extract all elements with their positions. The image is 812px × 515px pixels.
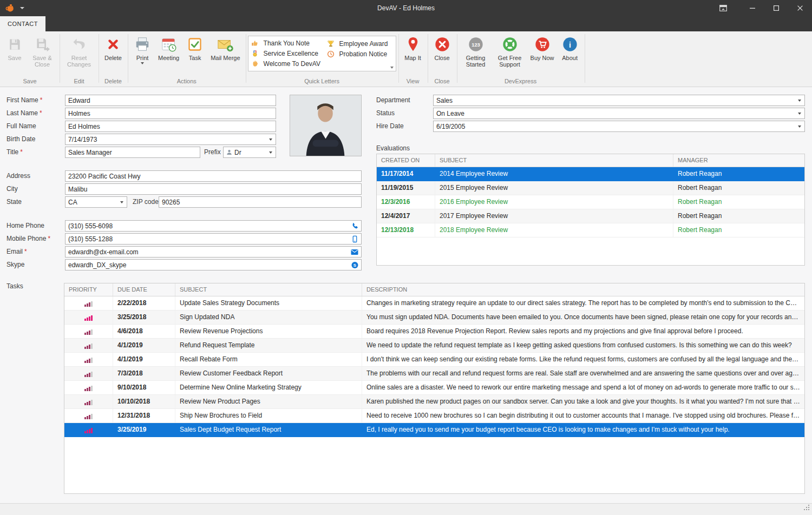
mobile-phone-input[interactable]: (310) 555-1288 (65, 233, 362, 245)
skype-input[interactable]: edwardh_DX_skype S (65, 259, 362, 270)
meeting-button[interactable]: Meeting (155, 32, 182, 61)
close-window-button[interactable] (788, 0, 812, 16)
badge-123: 123 (472, 42, 480, 48)
email-input[interactable]: edwardh@dx-email.com (65, 246, 362, 258)
tasks-header: PRIORITY DUE DATE SUBJECT DESCRIPTION (64, 283, 804, 296)
evaluation-row[interactable]: 11/19/20152015 Employee ReviewRobert Rea… (377, 181, 804, 195)
dropdown-caret-icon (798, 100, 801, 102)
title-input[interactable]: Sales Manager (65, 147, 200, 158)
resize-grip[interactable] (803, 504, 810, 513)
tasks-section-label: Tasks (6, 281, 23, 292)
task-icon (186, 36, 204, 53)
ribbon-display-options-button[interactable] (711, 0, 735, 16)
task-row[interactable]: 3/25/2019Sales Dept Budget Request Repor… (64, 423, 804, 437)
evaluation-row[interactable]: 12/13/20182018 Employee ReviewRobert Rea… (377, 223, 804, 237)
quick-letters-more-icon[interactable] (390, 67, 394, 69)
task-due-date: 4/1/2019 (113, 353, 175, 366)
evaluations-header: CREATED ON SUBJECT MANAGER (377, 154, 804, 167)
mail-merge-icon (217, 36, 234, 53)
column-header-subject[interactable]: SUBJECT (435, 154, 673, 167)
minimize-button[interactable] (741, 0, 764, 16)
task-button-label: Task (189, 55, 201, 61)
column-header-due-date[interactable]: DUE DATE (113, 283, 175, 296)
priority-high-icon (84, 314, 93, 321)
app-logo-icon[interactable] (5, 4, 16, 12)
last-name-input[interactable]: Holmes (65, 108, 276, 119)
evaluation-manager: Robert Reagan (673, 181, 804, 195)
meeting-button-label: Meeting (158, 55, 179, 61)
task-description: Karen published the new product pages on… (362, 395, 804, 408)
quick-letter-thank-you-note[interactable]: Thank You Note (251, 38, 327, 49)
zip-code-input[interactable]: 90265 (159, 196, 362, 208)
evaluation-row[interactable]: 11/17/20142014 Employee ReviewRobert Rea… (377, 167, 804, 181)
quick-letter-service-excellence[interactable]: Service Excellence (251, 49, 327, 59)
delete-icon (104, 36, 122, 53)
evaluation-row[interactable]: 12/3/20162016 Employee ReviewRobert Reag… (377, 195, 804, 209)
phone-icon[interactable] (351, 222, 358, 229)
department-label: Department (376, 95, 410, 106)
task-row[interactable]: 7/3/2018Review Customer Feedback ReportT… (64, 367, 804, 381)
task-row[interactable]: 2/22/2018Update Sales Strategy Documents… (64, 296, 804, 311)
evaluation-created-on: 12/3/2016 (377, 195, 435, 209)
dropdown-caret-icon (798, 126, 801, 128)
task-row[interactable]: 10/10/2018Review New Product PagesKaren … (64, 395, 804, 409)
task-row[interactable]: 4/1/2019Refund Request TemplateWe need t… (64, 339, 804, 353)
buy-now-button[interactable]: Buy Now (527, 32, 558, 61)
quick-letter-employee-award[interactable]: Employee Award (327, 38, 388, 49)
task-subject: Refund Request Template (175, 339, 362, 352)
evaluation-manager: Robert Reagan (673, 195, 804, 209)
task-description: Need to receive 1000 new brochures so I … (362, 409, 804, 422)
full-name-input[interactable]: Ed Holmes (65, 121, 276, 132)
department-combo[interactable]: Sales (433, 95, 805, 106)
get-free-support-button-label: Get Free Support (496, 55, 524, 68)
map-it-button[interactable]: Map It (401, 32, 425, 61)
column-header-created-on[interactable]: CREATED ON (377, 154, 435, 167)
status-combo[interactable]: On Leave (433, 108, 805, 119)
column-header-subject[interactable]: SUBJECT (175, 283, 362, 296)
skype-icon[interactable]: S (351, 261, 358, 268)
task-row[interactable]: 3/25/2018Sign Updated NDAYou must sign u… (64, 311, 804, 325)
evaluation-row[interactable]: 12/4/20172017 Employee ReviewRobert Reag… (377, 209, 804, 223)
quick-letter-probation-notice[interactable]: Probation Notice (327, 49, 388, 59)
task-description: I don't think we can keep sending our ex… (362, 353, 804, 366)
column-header-priority[interactable]: PRIORITY (64, 283, 113, 296)
column-header-description[interactable]: DESCRIPTION (362, 283, 804, 296)
maximize-button[interactable] (764, 0, 788, 16)
task-row[interactable]: 12/31/2018Ship New Brochures to FieldNee… (64, 409, 804, 423)
get-free-support-button[interactable]: Get Free Support (493, 32, 527, 68)
home-phone-input[interactable]: (310) 555-6098 (65, 220, 362, 232)
getting-started-button[interactable]: 123 Getting Started (459, 32, 493, 68)
prefix-combo[interactable]: Dr (223, 147, 276, 158)
tab-contact[interactable]: CONTACT (0, 16, 45, 31)
task-row[interactable]: 4/6/2018Review Revenue ProjectionsBoard … (64, 325, 804, 339)
email-icon[interactable] (351, 249, 358, 255)
task-row[interactable]: 9/10/2018Determine New Online Marketing … (64, 381, 804, 395)
required-asterisk: * (20, 148, 23, 156)
column-header-manager[interactable]: MANAGER (673, 154, 804, 167)
address-input[interactable]: 23200 Pacific Coast Hwy (65, 170, 362, 182)
delete-button[interactable]: Delete (101, 32, 126, 61)
state-combo[interactable]: CA (65, 196, 127, 208)
task-due-date: 3/25/2019 (113, 423, 175, 437)
mail-merge-button[interactable]: Mail Merge (207, 32, 243, 61)
print-button[interactable]: Print (130, 32, 155, 64)
task-row[interactable]: 4/1/2019Recall Rebate FormI don't think … (64, 353, 804, 367)
quick-access-dropdown-icon[interactable] (20, 7, 24, 9)
birth-date-label: Birth Date (6, 134, 35, 145)
close-record-button[interactable]: Close (430, 32, 455, 61)
first-name-input[interactable]: Edward (65, 95, 276, 106)
ribbon-group-label-view: View (401, 77, 425, 87)
mail-merge-button-label: Mail Merge (211, 55, 240, 61)
about-button[interactable]: i About (558, 32, 582, 61)
evaluation-created-on: 11/19/2015 (377, 181, 435, 195)
task-button[interactable]: Task (182, 32, 207, 61)
city-input[interactable]: Malibu (65, 183, 362, 195)
priority-normal-icon (84, 342, 93, 349)
birth-date-picker[interactable]: 7/14/1973 (65, 134, 276, 145)
thumbs-up-icon (251, 39, 259, 47)
mobile-phone-icon[interactable] (351, 235, 358, 242)
task-subject: Sales Dept Budget Request Report (175, 423, 362, 437)
medal-icon (251, 50, 259, 57)
quick-letter-welcome-to-devav[interactable]: Welcome To DevAV (251, 58, 327, 69)
hire-date-picker[interactable]: 6/19/2005 (433, 121, 805, 132)
